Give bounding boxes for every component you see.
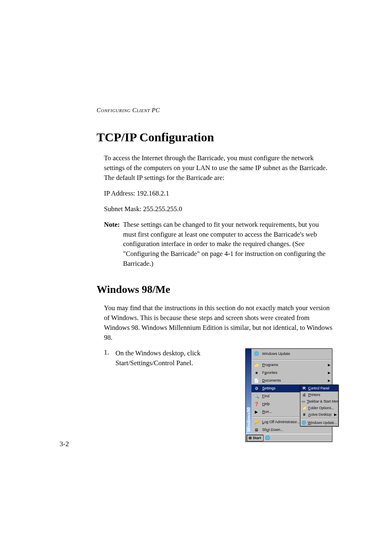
globe-icon: 🌐 <box>302 420 306 425</box>
menu-label: Shut Down... <box>262 428 330 432</box>
running-header: Configuring Client PC <box>97 107 332 114</box>
desktop-icon: 🖥 <box>302 412 307 417</box>
note-label: Note: <box>104 220 123 269</box>
menu-documents[interactable]: 📄 Documents ▶ <box>251 377 332 385</box>
menu-windows-update[interactable]: 🌐 Windows Update <box>251 349 332 359</box>
submenu-printers[interactable]: 🖨 Printers <box>300 391 338 398</box>
folder-icon: 📁 <box>253 362 260 368</box>
menu-label: Documents <box>262 378 325 382</box>
submenu-separator <box>301 418 337 419</box>
windows-logo-icon: ⊞ <box>249 436 252 440</box>
step-1: 1. On the Windows desktop, click Start/S… <box>104 348 332 442</box>
help-icon: ❓ <box>253 401 260 407</box>
submenu-label: Windows Update... <box>308 421 337 425</box>
submenu-label: Printers <box>308 393 320 397</box>
windows98-stripe: Windows98 <box>246 349 251 434</box>
document-icon: 📄 <box>253 377 260 384</box>
stripe-label: Windows98 <box>246 405 251 433</box>
paragraph: To access the Internet through the Barri… <box>104 153 332 183</box>
control-panel-icon: 🛠 <box>302 386 307 391</box>
submenu-windows-update[interactable]: 🌐 Windows Update... <box>300 419 338 426</box>
gear-icon: ⚙ <box>253 385 260 391</box>
submenu-label: Taskbar & Start Menu... <box>307 399 338 403</box>
note-body: These settings can be changed to fit you… <box>123 220 332 269</box>
start-button[interactable]: ⊞ Start <box>247 435 263 441</box>
star-icon: ★ <box>253 369 260 376</box>
heading-tcpip: TCP/IP Configuration <box>97 130 332 144</box>
chevron-right-icon: ▶ <box>328 379 330 382</box>
submenu-label: Active Desktop <box>308 412 332 417</box>
submenu-active-desktop[interactable]: 🖥 Active Desktop ▶ <box>300 411 338 418</box>
settings-submenu: 🛠 Control Panel 🖨 Printers ▭ Taskbar & S <box>300 385 339 426</box>
run-icon: ▶ <box>253 408 260 415</box>
ip-address-line: IP Address: 192.168.2.1 <box>104 189 332 198</box>
submenu-control-panel[interactable]: 🛠 Control Panel <box>300 385 338 391</box>
submenu-label: Control Panel <box>308 386 330 390</box>
screenshot-start-menu: Windows98 🌐 Windows Update 📁 Programs ▶ <box>245 348 332 442</box>
chevron-right-icon: ▶ <box>334 412 337 417</box>
submenu-label: Folder Options... <box>308 406 334 410</box>
menu-favorites[interactable]: ★ Favorites ▶ <box>251 369 332 377</box>
note-block: Note: These settings can be changed to f… <box>104 220 332 269</box>
globe-icon: 🌐 <box>253 350 260 357</box>
menu-label: Programs <box>262 363 325 367</box>
printer-icon: 🖨 <box>302 392 307 397</box>
quicklaunch-icon[interactable]: 🌐 <box>265 435 270 441</box>
subnet-mask-line: Subnet Mask: 255.255.255.0 <box>104 204 332 214</box>
menu-programs[interactable]: 📁 Programs ▶ <box>251 361 332 369</box>
menu-label: Windows Update <box>262 352 330 356</box>
step-text: On the Windows desktop, click Start/Sett… <box>115 348 245 368</box>
menu-label: Favorites <box>262 371 325 375</box>
folder-icon: 📁 <box>302 405 307 410</box>
menu-separator <box>252 359 331 360</box>
paragraph: You may find that the instructions in th… <box>104 303 332 343</box>
power-icon: 🖥 <box>253 426 260 433</box>
taskbar-icon: ▭ <box>302 399 305 404</box>
start-menu: 🌐 Windows Update 📁 Programs ▶ ★ Favorite… <box>251 349 332 434</box>
heading-win98me: Windows 98/Me <box>97 283 332 296</box>
chevron-right-icon: ▶ <box>328 371 330 375</box>
step-number: 1. <box>104 348 115 357</box>
key-icon: 🔑 <box>253 419 260 425</box>
submenu-folder-options[interactable]: 📁 Folder Options... <box>300 405 338 411</box>
chevron-right-icon: ▶ <box>328 363 330 367</box>
menu-shutdown[interactable]: 🖥 Shut Down... <box>251 426 332 434</box>
search-icon: 🔍 <box>253 393 260 399</box>
taskbar: ⊞ Start 🌐 <box>246 434 332 442</box>
page-number: 3-2 <box>60 440 69 448</box>
submenu-taskbar[interactable]: ▭ Taskbar & Start Menu... <box>300 398 338 405</box>
start-label: Start <box>253 436 261 440</box>
